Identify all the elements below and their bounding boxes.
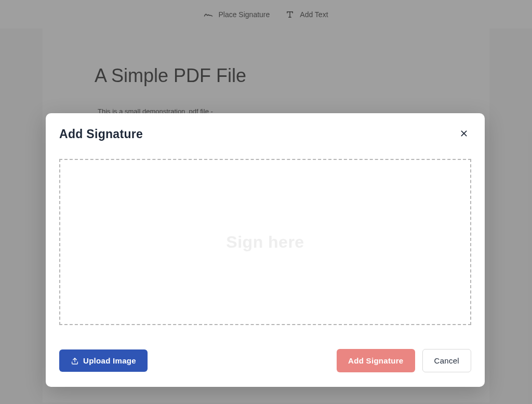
signature-canvas[interactable]: Sign here — [59, 159, 471, 325]
signature-placeholder: Sign here — [226, 233, 304, 252]
cancel-label: Cancel — [434, 356, 460, 365]
add-signature-label: Add Signature — [348, 356, 403, 365]
modal-footer: Upload Image Add Signature Cancel — [59, 349, 471, 372]
add-signature-modal: Add Signature Sign here Upload Image — [46, 113, 485, 387]
modal-title: Add Signature — [59, 127, 143, 141]
close-button[interactable] — [457, 127, 471, 141]
upload-image-button[interactable]: Upload Image — [59, 349, 148, 372]
close-icon — [460, 128, 468, 140]
upload-icon — [71, 357, 79, 365]
upload-image-label: Upload Image — [83, 356, 136, 365]
add-signature-button[interactable]: Add Signature — [337, 349, 415, 372]
cancel-button[interactable]: Cancel — [422, 349, 472, 372]
modal-header: Add Signature — [59, 127, 471, 141]
